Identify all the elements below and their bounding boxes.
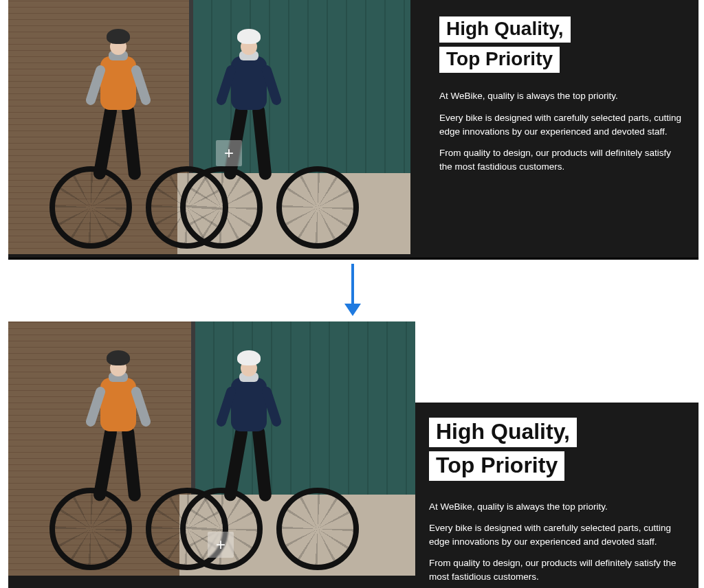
- image-expand-button[interactable]: +: [216, 140, 242, 166]
- text-column-before: High Quality, Top Priority At WeBike, qu…: [439, 16, 683, 181]
- cyclist-orange: [56, 350, 180, 570]
- section-heading: High Quality, Top Priority: [439, 16, 683, 77]
- hero-image-after: +: [8, 321, 415, 576]
- text-column-after: High Quality, Top Priority At WeBike, qu…: [429, 418, 692, 588]
- cyclist-navy: [187, 29, 311, 249]
- paragraph: At WeBike, quality is always the top pri…: [439, 89, 683, 103]
- paragraph: From quality to design, our products wil…: [439, 146, 683, 173]
- plus-icon: +: [224, 144, 234, 163]
- cyclist-navy: [187, 350, 311, 570]
- body-copy: At WeBike, quality is always the top pri…: [429, 500, 692, 584]
- heading-line-2: Top Priority: [429, 451, 564, 481]
- heading-line-1: High Quality,: [439, 16, 571, 43]
- paragraph: At WeBike, quality is always the top pri…: [429, 500, 692, 514]
- section-heading: High Quality, Top Priority: [429, 418, 692, 485]
- arrow-shaft: [351, 264, 354, 306]
- paragraph: From quality to design, our products wil…: [429, 556, 692, 583]
- paragraph: Every bike is designed with carefully se…: [439, 111, 683, 138]
- heading-line-2: Top Priority: [439, 47, 560, 73]
- paragraph: Every bike is designed with carefully se…: [429, 521, 692, 548]
- image-expand-button[interactable]: +: [208, 532, 234, 558]
- body-copy: At WeBike, quality is always the top pri…: [439, 89, 683, 173]
- transition-arrow: [0, 260, 704, 321]
- hero-image-before: +: [8, 0, 410, 254]
- top-white-cutout: [415, 321, 698, 403]
- heading-line-1: High Quality,: [429, 418, 577, 447]
- arrow-down-icon: [344, 304, 361, 316]
- plus-icon: +: [216, 535, 226, 554]
- cyclist-orange: [56, 29, 180, 249]
- before-panel: + High Quality, Top Priority At WeBike, …: [8, 0, 698, 260]
- after-panel: + High Quality, Top Priority At WeBike, …: [8, 321, 698, 588]
